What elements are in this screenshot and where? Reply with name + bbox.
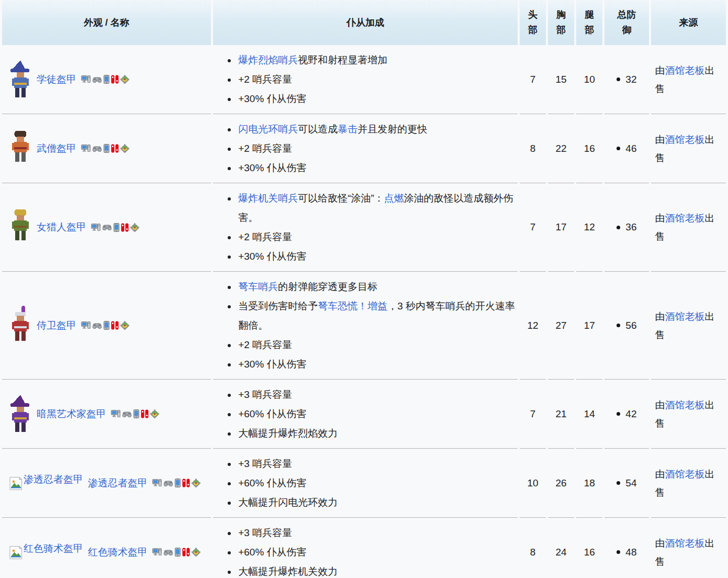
cell-head-defense: 7: [520, 380, 546, 449]
console-icon[interactable]: [92, 145, 102, 152]
table-body: 学徒盔甲爆炸烈焰哨兵视野和射程显著增加+2 哨兵容量+30% 仆从伤害71510…: [2, 45, 726, 578]
pc-icon[interactable]: [81, 144, 91, 153]
cell-source: 由酒馆老板出售: [651, 114, 726, 183]
switch-icon[interactable]: [111, 144, 119, 153]
wiki-link[interactable]: 点燃: [384, 193, 404, 204]
cell-total-defense: 42: [604, 380, 648, 449]
pc-icon[interactable]: [111, 409, 120, 418]
switch-icon[interactable]: [182, 548, 190, 557]
broken-image-placeholder[interactable]: 红色骑术盔甲: [9, 542, 83, 562]
armor-sprite-image[interactable]: [9, 60, 32, 99]
text-segment: 由: [655, 399, 665, 410]
total-defense-value: 56: [625, 320, 636, 331]
mobile-icon[interactable]: [104, 75, 109, 84]
wiki-link[interactable]: 闪电光环哨兵: [238, 124, 298, 135]
wiki-link[interactable]: 酒馆老板: [665, 134, 705, 145]
wiki-link[interactable]: 酒馆老板: [665, 65, 705, 76]
armor-sprite-image[interactable]: [9, 129, 32, 169]
wiki-link[interactable]: 爆炸烈焰哨兵: [238, 54, 298, 65]
tmodloader-icon[interactable]: [120, 144, 129, 153]
cell-source: 由酒馆老板出售: [651, 183, 726, 272]
switch-icon[interactable]: [141, 409, 149, 418]
text-segment: 当受到伤害时给予: [238, 301, 318, 312]
cell-head-defense: 12: [520, 272, 546, 380]
defense-icon: [617, 481, 620, 485]
console-icon[interactable]: [163, 549, 173, 556]
cell-total-defense: 54: [604, 449, 648, 518]
switch-icon[interactable]: [111, 75, 119, 84]
bonus-item: 大幅提升爆炸机关效力: [237, 562, 518, 578]
armor-sprite-image[interactable]: [9, 394, 32, 434]
text-segment: 由: [655, 538, 665, 549]
tmodloader-icon[interactable]: [192, 548, 200, 557]
wiki-link[interactable]: 弩车哨兵: [238, 281, 278, 292]
pc-icon[interactable]: [91, 223, 100, 232]
switch-icon[interactable]: [182, 479, 190, 487]
console-icon[interactable]: [102, 224, 112, 231]
wiki-link[interactable]: 酒馆老板: [665, 538, 705, 549]
switch-icon[interactable]: [121, 223, 129, 232]
cell-appearance-name: 侍卫盔甲: [2, 272, 211, 380]
cell-source: 由酒馆老板出售: [651, 449, 726, 518]
mobile-icon[interactable]: [104, 144, 109, 153]
console-icon[interactable]: [92, 322, 102, 329]
cell-source: 由酒馆老板出售: [651, 380, 726, 449]
armor-name-link[interactable]: 学徒盔甲: [37, 73, 76, 86]
armor-name-link[interactable]: 女猎人盔甲: [37, 220, 86, 234]
cell-minion-bonus: 爆炸烈焰哨兵视野和射程显著增加+2 哨兵容量+30% 仆从伤害: [213, 45, 518, 114]
mobile-icon[interactable]: [175, 548, 181, 557]
tmodloader-icon[interactable]: [192, 479, 200, 487]
text-segment: 由: [655, 65, 665, 76]
wiki-link[interactable]: 爆炸机关哨兵: [238, 193, 298, 204]
wiki-link[interactable]: 酒馆老板: [665, 311, 705, 322]
tmodloader-icon[interactable]: [150, 409, 159, 418]
mobile-icon[interactable]: [175, 479, 181, 487]
armor-name-link[interactable]: 武僧盔甲: [37, 142, 76, 155]
total-defense-value: 54: [625, 477, 636, 489]
bonus-item: +2 哨兵容量: [237, 335, 518, 354]
text-segment: +30% 仆从伤害: [238, 251, 306, 262]
wiki-link[interactable]: 弩车恐慌！增益: [318, 301, 387, 312]
armor-name-link[interactable]: 侍卫盔甲: [37, 319, 76, 332]
cell-legs-defense: 12: [576, 183, 602, 272]
tmodloader-icon[interactable]: [130, 223, 139, 232]
pc-icon[interactable]: [81, 75, 91, 84]
broken-image-alt-text: 红色骑术盔甲: [24, 542, 83, 555]
wiki-link[interactable]: 酒馆老板: [665, 399, 705, 410]
cell-source: 由酒馆老板出售: [651, 272, 726, 380]
header-appearance-name: 外观 / 名称: [2, 0, 211, 45]
armor-name-link[interactable]: 渗透忍者盔甲: [88, 476, 148, 490]
switch-icon[interactable]: [111, 321, 119, 330]
armor-sprite-image[interactable]: [9, 207, 32, 247]
armor-name-link[interactable]: 暗黑艺术家盔甲: [37, 407, 106, 421]
cell-chest-defense: 22: [548, 114, 574, 183]
bonus-item: +2 哨兵容量: [237, 227, 518, 247]
cell-chest-defense: 17: [548, 183, 574, 272]
console-icon[interactable]: [92, 76, 102, 83]
mobile-icon[interactable]: [114, 223, 119, 232]
wiki-link[interactable]: 酒馆老板: [665, 213, 705, 224]
tmodloader-icon[interactable]: [120, 75, 129, 84]
pc-icon[interactable]: [152, 479, 162, 487]
cell-head-defense: 7: [520, 183, 546, 272]
total-defense-value: 36: [625, 221, 636, 233]
mobile-icon[interactable]: [133, 409, 139, 418]
pc-icon[interactable]: [81, 321, 91, 330]
cell-minion-bonus: +3 哨兵容量+60% 仆从伤害大幅提升爆炸烈焰效力: [213, 380, 518, 449]
console-icon[interactable]: [122, 410, 132, 418]
armor-name-link[interactable]: 红色骑术盔甲: [88, 546, 148, 559]
console-icon[interactable]: [163, 480, 173, 487]
broken-image-placeholder[interactable]: 渗透忍者盔甲: [9, 473, 83, 493]
text-segment: 视野和射程显著增加: [298, 54, 387, 65]
text-segment: 由: [655, 213, 665, 224]
pc-icon[interactable]: [152, 548, 162, 557]
cell-legs-defense: 16: [576, 114, 602, 183]
cell-head-defense: 7: [520, 45, 546, 114]
armor-sprite-image[interactable]: [9, 306, 32, 346]
tmodloader-icon[interactable]: [120, 321, 129, 330]
armor-row: 暗黑艺术家盔甲+3 哨兵容量+60% 仆从伤害大幅提升爆炸烈焰效力7211442…: [2, 380, 726, 449]
mobile-icon[interactable]: [104, 321, 109, 330]
wiki-link[interactable]: 暴击: [338, 124, 357, 135]
bonus-item: 爆炸烈焰哨兵视野和射程显著增加: [237, 50, 518, 70]
wiki-link[interactable]: 酒馆老板: [665, 469, 705, 480]
